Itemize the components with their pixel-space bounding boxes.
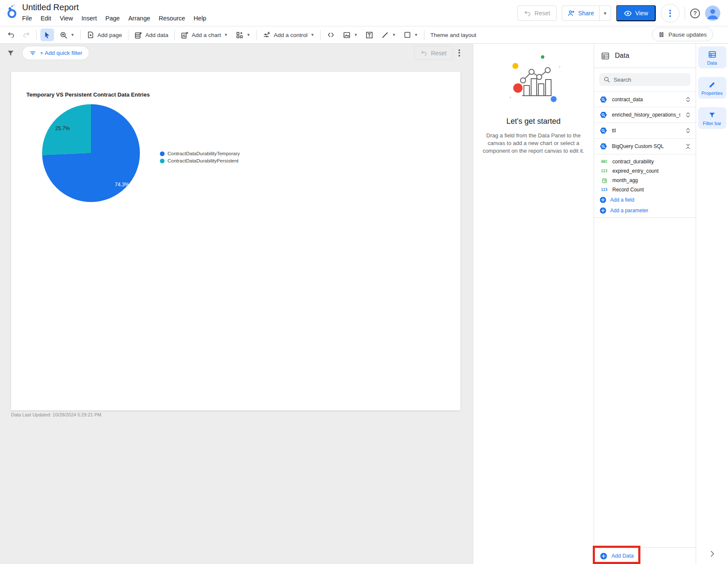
legend-dot [160, 159, 165, 163]
menu-insert[interactable]: Insert [82, 15, 97, 22]
undo-icon [524, 10, 531, 17]
plus-circle-icon [600, 197, 606, 203]
add-control-button[interactable]: Add a control ▼ [259, 28, 318, 42]
data-source-row[interactable]: contract_data [594, 91, 696, 107]
community-viz-icon [236, 31, 244, 39]
reset-button[interactable]: Reset [518, 6, 557, 21]
more-options-button[interactable] [661, 4, 680, 23]
add-data-button[interactable]: Add data [131, 28, 172, 42]
filter-list-icon [29, 50, 36, 57]
theme-and-layout-button[interactable]: Theme and layout [427, 28, 480, 42]
add-parameter-link[interactable]: Add a parameter [594, 205, 696, 216]
report-page[interactable]: Temporary VS Persistent Contract Data En… [11, 72, 461, 410]
menu-resource[interactable]: Resource [159, 15, 185, 22]
menu-edit[interactable]: Edit [40, 15, 51, 22]
data-panel-footer: Add Data [594, 547, 696, 564]
share-dropdown-caret[interactable]: ▼ [599, 6, 611, 20]
eye-icon [624, 9, 632, 17]
data-search[interactable] [599, 73, 691, 86]
filter-more-button[interactable] [458, 48, 460, 57]
getting-started-title: Let's get started [473, 117, 594, 126]
plus-circle-icon [600, 207, 606, 214]
report-title[interactable]: Untitled Report [22, 3, 79, 12]
unfold-more-icon [685, 96, 691, 103]
search-input[interactable] [614, 77, 682, 83]
chart-sketch-illustration [502, 50, 566, 105]
report-workspace: + Add quick filter Reset Temporary VS Pe… [0, 44, 473, 564]
view-button[interactable]: View [616, 5, 656, 21]
add-chart-icon [181, 31, 189, 39]
data-source-row[interactable]: BigQuery Custom SQL [594, 139, 696, 154]
data-source-row[interactable]: ttl [594, 123, 696, 139]
data-panel: Data contract_dataenriched_history_opera… [594, 44, 696, 564]
pie-value-label: 25.7% [55, 125, 70, 131]
main-area: + Add quick filter Reset Temporary VS Pe… [0, 44, 728, 564]
right-rail: DataPropertiesFilter bar [696, 44, 728, 564]
text-box-icon [365, 31, 373, 39]
data-table-icon [708, 50, 717, 59]
getting-started-panel: Let's get started Drag a field from the … [473, 44, 594, 564]
add-chart-button[interactable]: Add a chart ▼ [177, 28, 232, 42]
share-button[interactable]: Share [562, 6, 599, 20]
bigquery-icon [599, 95, 608, 104]
menu-page[interactable]: Page [105, 15, 120, 22]
community-visualizations-button[interactable]: ▼ [232, 28, 254, 42]
legend-dot [160, 151, 165, 156]
field-row[interactable]: 123expired_entry_count [594, 166, 696, 176]
select-tool-button[interactable] [40, 28, 54, 41]
rail-tab-data[interactable]: Data [698, 46, 726, 68]
menu-file[interactable]: File [22, 15, 32, 22]
legend-item: ContractDataDurabilityTemporary [160, 151, 240, 156]
add-page-button[interactable]: Add page [83, 28, 126, 42]
number-field-icon: 123 [600, 169, 609, 173]
field-row[interactable]: ABCcontract_durability [594, 157, 696, 166]
rail-tab-filter-bar[interactable]: Filter bar [698, 107, 726, 129]
legend-item: ContractDataDurabilityPersistent [160, 158, 240, 163]
app-header: Untitled Report FileEditViewInsertPageAr… [0, 0, 728, 26]
menu-arrange[interactable]: Arrange [128, 15, 151, 22]
fields-list: ABCcontract_durability123expired_entry_c… [594, 154, 696, 218]
data-source-row[interactable]: enriched_history_operations_sorob... [594, 107, 696, 123]
add-field-link[interactable]: Add a field [594, 194, 696, 205]
add-data-icon [134, 31, 142, 39]
menu-view[interactable]: View [60, 15, 73, 22]
text-field-icon: ABC [600, 160, 609, 164]
metric-field-icon: 123 [600, 188, 609, 192]
zoom-tool-button[interactable]: ▼ [56, 28, 78, 42]
filter-reset-button[interactable]: Reset [414, 46, 453, 60]
insert-text-button[interactable] [361, 28, 377, 42]
image-icon [343, 31, 351, 39]
calendar-icon [602, 178, 607, 183]
undo-button[interactable] [3, 28, 19, 42]
bigquery-icon [599, 126, 608, 135]
embed-url-button[interactable] [323, 28, 339, 42]
avatar[interactable] [705, 6, 720, 21]
chart-legend: ContractDataDurabilityTemporary Contract… [160, 151, 240, 163]
pause-updates-button[interactable]: Pause updates [652, 28, 713, 41]
unfold-more-icon [685, 111, 691, 118]
insert-shape-button[interactable]: ▼ [400, 28, 422, 42]
unfold-less-icon [685, 143, 691, 150]
add-data-footer-button[interactable]: Add Data [594, 553, 634, 560]
looker-studio-logo-icon[interactable] [6, 4, 19, 19]
insert-image-button[interactable]: ▼ [339, 28, 361, 42]
redo-button[interactable] [19, 28, 34, 42]
data-panel-header: Data [594, 44, 696, 68]
rail-tab-properties[interactable]: Properties [698, 77, 726, 99]
zoom-icon [60, 31, 68, 39]
collapse-panel-chevron[interactable] [708, 550, 717, 558]
help-button[interactable]: ? [690, 9, 700, 18]
add-quick-filter-button[interactable]: + Add quick filter [22, 46, 89, 60]
code-icon [327, 31, 335, 39]
menu-help[interactable]: Help [193, 15, 206, 22]
field-row[interactable]: 123Record Count [594, 185, 696, 194]
bigquery-icon [599, 142, 608, 151]
funnel-icon [708, 111, 716, 119]
field-row[interactable]: month_agg [594, 176, 696, 185]
search-icon [603, 76, 610, 83]
kebab-icon [669, 9, 671, 18]
plus-circle-icon [600, 553, 607, 560]
filter-bar: + Add quick filter Reset [0, 44, 473, 63]
insert-line-button[interactable]: ▼ [377, 28, 400, 42]
bigquery-icon [599, 111, 608, 119]
